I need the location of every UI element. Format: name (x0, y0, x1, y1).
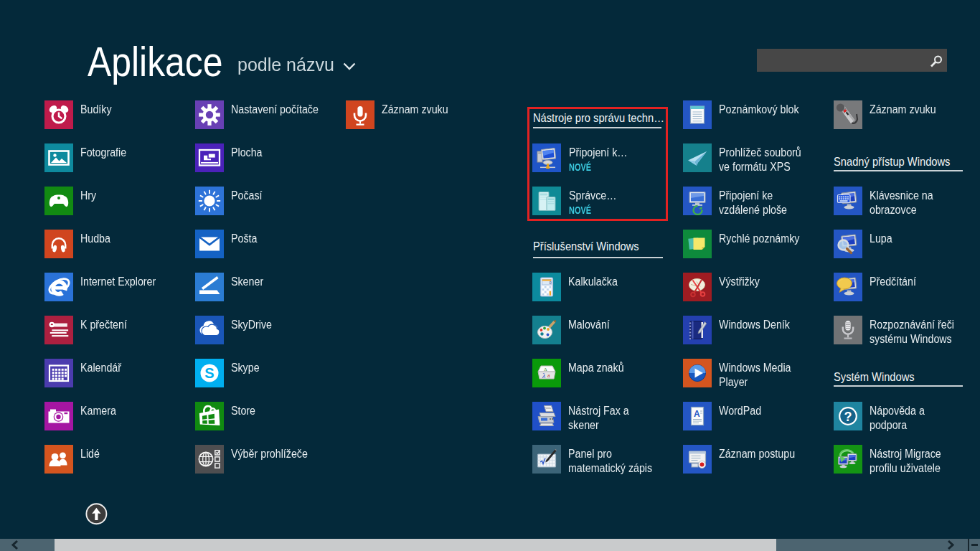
svg-text:Δ: Δ (544, 367, 547, 372)
svg-text:?: ? (844, 410, 852, 424)
svg-text:A: A (694, 409, 700, 419)
svg-text:S: S (204, 365, 214, 381)
svg-text:λ: λ (542, 372, 546, 380)
svg-text:a: a (547, 372, 550, 379)
svg-text:0: 0 (550, 281, 552, 285)
